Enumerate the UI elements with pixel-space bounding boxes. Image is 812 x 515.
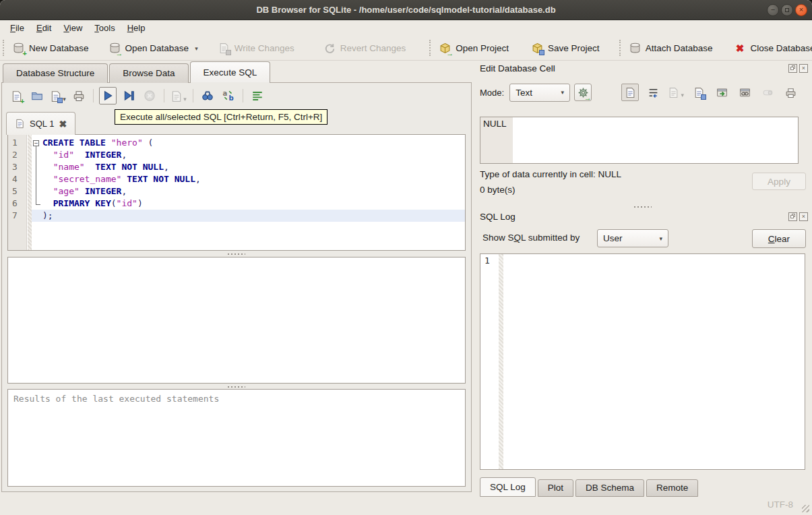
titlebar[interactable]: DB Browser for SQLite - /home/user/code/… bbox=[0, 0, 812, 20]
word-wrap-icon[interactable] bbox=[644, 84, 662, 101]
open-external-icon[interactable] bbox=[713, 84, 730, 101]
minimize-button[interactable]: − bbox=[767, 4, 779, 16]
open-project-button[interactable]: → Open Project bbox=[433, 39, 515, 57]
tab-db-schema[interactable]: DB Schema bbox=[575, 479, 644, 497]
sql-file-tab-label: SQL 1 bbox=[30, 119, 54, 129]
fold-marker-icon[interactable]: − bbox=[33, 140, 39, 146]
close-database-icon: ✖ bbox=[734, 42, 745, 54]
find-icon[interactable] bbox=[199, 87, 216, 104]
execute-line-icon[interactable] bbox=[120, 87, 137, 104]
save-results-icon[interactable]: ▾ bbox=[170, 87, 187, 104]
clear-log-button[interactable]: Clear bbox=[752, 229, 806, 248]
sql-editor-lines[interactable]: − CREATE TABLE "hero" ( "id" INTEGER, "n… bbox=[32, 135, 465, 250]
copy-link-icon[interactable] bbox=[736, 84, 753, 101]
attach-database-button[interactable]: Attach Database bbox=[623, 39, 719, 57]
results-pane[interactable]: Results of the last executed statements bbox=[7, 389, 466, 487]
code-line[interactable]: "age" INTEGER, bbox=[32, 185, 465, 198]
window-controls: − × bbox=[767, 4, 807, 16]
tab-browse-data[interactable]: Browse Data bbox=[109, 63, 188, 83]
toolbar-handle[interactable] bbox=[429, 40, 431, 56]
fold-guide-line bbox=[36, 146, 36, 204]
new-database-button[interactable]: + New Database bbox=[7, 39, 95, 57]
sql-log-gutter: 1 bbox=[480, 254, 498, 469]
toolbar-handle[interactable] bbox=[619, 40, 621, 56]
encoding-indicator: UTF-8 bbox=[768, 499, 793, 510]
code-line[interactable]: "secret_name" TEXT NOT NULL, bbox=[32, 173, 465, 185]
find-replace-icon[interactable] bbox=[220, 87, 237, 104]
menu-help[interactable]: Help bbox=[121, 21, 152, 35]
cell-type-info: Type of data currently in cell: NULL bbox=[480, 169, 621, 179]
tab-database-structure[interactable]: Database Structure bbox=[3, 63, 108, 83]
open-database-dropdown-icon[interactable]: ▾ bbox=[195, 45, 198, 54]
revert-changes-icon bbox=[324, 42, 336, 54]
edit-cell-title: Edit Database Cell bbox=[480, 63, 555, 73]
sql-editor-gutter: 1234567 bbox=[8, 135, 27, 250]
main-tab-bar: Database Structure Browse Data Execute S… bbox=[3, 61, 272, 83]
set-null-icon[interactable] bbox=[759, 84, 776, 101]
save-project-icon bbox=[532, 42, 543, 54]
close-sql-tab-icon[interactable]: ✖ bbox=[59, 119, 67, 129]
execute-all-icon[interactable] bbox=[99, 87, 117, 104]
float-panel-icon[interactable] bbox=[788, 212, 797, 221]
tab-execute-sql[interactable]: Execute SQL bbox=[190, 61, 271, 83]
import-data-icon[interactable]: ▾ bbox=[667, 84, 685, 101]
app-window: DB Browser for SQLite - /home/user/code/… bbox=[0, 0, 812, 515]
close-panel-icon[interactable]: × bbox=[799, 64, 808, 73]
format-sql-icon[interactable] bbox=[249, 87, 266, 104]
sql-toolbar-separator bbox=[164, 89, 164, 102]
cell-value-editor[interactable]: NULL bbox=[480, 117, 799, 164]
open-database-icon: → bbox=[109, 42, 121, 54]
float-panel-icon[interactable] bbox=[788, 64, 797, 73]
fold-guide-corner bbox=[36, 204, 40, 205]
close-button[interactable]: × bbox=[795, 4, 807, 16]
open-sql-tab-icon[interactable]: + bbox=[7, 87, 25, 104]
write-changes-button[interactable]: Write Changes bbox=[212, 39, 301, 57]
code-line[interactable]: "id" INTEGER, bbox=[32, 149, 465, 161]
attach-database-icon bbox=[629, 42, 641, 54]
save-sql-file-icon[interactable]: ▾ bbox=[49, 87, 67, 104]
apply-button[interactable]: Apply bbox=[752, 173, 806, 190]
query-grid-pane[interactable] bbox=[7, 257, 466, 384]
apply-format-icon[interactable]: → bbox=[574, 84, 592, 101]
maximize-button[interactable] bbox=[781, 4, 793, 16]
menu-view[interactable]: View bbox=[57, 21, 88, 35]
print-cell-icon[interactable] bbox=[782, 84, 799, 101]
execute-sql-pane: + ▾ ▾ SQL 1 ✖ bbox=[1, 82, 472, 492]
tab-remote[interactable]: Remote bbox=[646, 479, 698, 497]
code-line[interactable]: PRIMARY KEY("id") bbox=[32, 198, 465, 210]
code-line[interactable]: CREATE TABLE "hero" ( bbox=[32, 137, 465, 149]
sql-file-tab[interactable]: SQL 1 ✖ bbox=[6, 112, 75, 135]
menu-file[interactable]: File bbox=[4, 21, 30, 35]
text-mode-icon[interactable] bbox=[621, 84, 639, 101]
close-panel-icon[interactable]: × bbox=[799, 212, 808, 221]
code-line[interactable]: "name" TEXT NOT NULL, bbox=[32, 161, 465, 173]
tab-plot[interactable]: Plot bbox=[538, 479, 573, 497]
save-project-button[interactable]: Save Project bbox=[526, 39, 606, 57]
sql-editor[interactable]: 1234567 − CREATE TABLE "hero" ( "id" INT… bbox=[7, 134, 466, 251]
open-database-button[interactable]: → Open Database ▾ bbox=[103, 39, 204, 57]
toolbar-handle[interactable] bbox=[3, 40, 4, 56]
export-data-icon[interactable] bbox=[690, 84, 708, 101]
maximize-icon bbox=[785, 8, 789, 12]
sql-log-view[interactable]: 1 bbox=[480, 253, 805, 470]
panel-splitter[interactable] bbox=[473, 205, 812, 209]
code-line[interactable]: ); bbox=[32, 210, 465, 222]
close-database-button[interactable]: ✖ Close Database bbox=[728, 39, 812, 57]
stop-icon[interactable] bbox=[141, 87, 158, 104]
tab-sql-log[interactable]: SQL Log bbox=[480, 477, 536, 497]
print-icon[interactable] bbox=[70, 87, 88, 104]
editor-splitter[interactable] bbox=[2, 252, 471, 256]
mode-select[interactable]: Text▾ bbox=[509, 84, 570, 102]
menu-tools[interactable]: Tools bbox=[88, 21, 121, 35]
open-sql-file-icon[interactable] bbox=[28, 87, 46, 104]
resize-grip[interactable] bbox=[802, 505, 809, 512]
cell-size-info: 0 byte(s) bbox=[480, 185, 516, 195]
open-project-icon: → bbox=[439, 42, 451, 54]
main-toolbar: + New Database → Open Database ▾ Write C… bbox=[0, 36, 812, 61]
log-filter-select[interactable]: User▾ bbox=[597, 229, 668, 247]
menu-edit[interactable]: Edit bbox=[30, 21, 57, 35]
cell-value: NULL bbox=[483, 119, 507, 129]
revert-changes-button[interactable]: Revert Changes bbox=[318, 39, 412, 57]
new-database-icon: + bbox=[13, 42, 24, 54]
bottom-tab-bar: SQL Log Plot DB Schema Remote bbox=[480, 477, 700, 497]
